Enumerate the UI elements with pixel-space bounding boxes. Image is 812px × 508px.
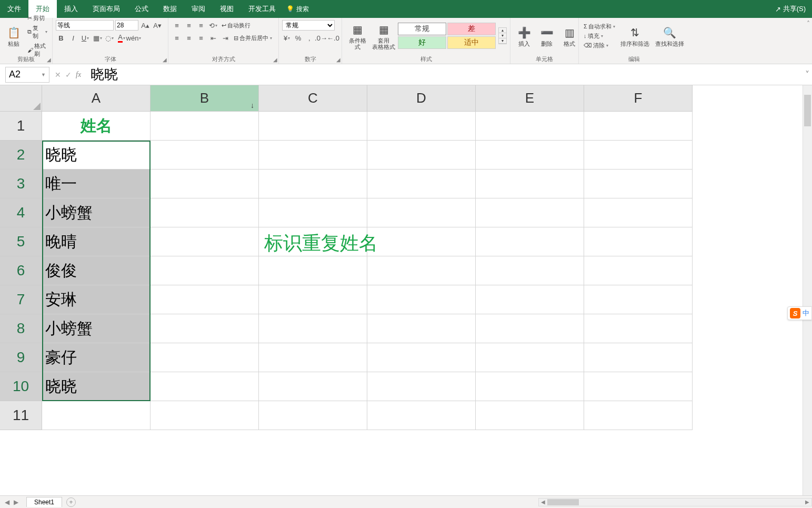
cell-F9[interactable]: [584, 343, 693, 372]
fill-color-button[interactable]: ◌▾: [104, 33, 115, 43]
font-name-select[interactable]: [56, 20, 114, 31]
add-sheet-button[interactable]: +: [66, 497, 76, 507]
tab-view[interactable]: 视图: [213, 0, 241, 18]
cell-D11[interactable]: [367, 401, 476, 430]
cell-E5[interactable]: [476, 227, 584, 256]
row-header-8[interactable]: 8: [0, 314, 42, 343]
gallery-expand[interactable]: ▾: [499, 38, 506, 44]
cell-A1[interactable]: 姓名: [42, 112, 151, 141]
cell-D9[interactable]: [367, 343, 476, 372]
cell-F5[interactable]: [584, 227, 693, 256]
cell-F3[interactable]: [584, 170, 693, 198]
increase-font-button[interactable]: A▴: [140, 20, 151, 31]
bold-button[interactable]: B: [56, 33, 66, 43]
cell-D4[interactable]: [367, 198, 476, 227]
sheet-nav-next[interactable]: ▶: [12, 499, 20, 506]
cell-E2[interactable]: [476, 141, 584, 170]
cell-D1[interactable]: [367, 112, 476, 141]
cell-B9[interactable]: [151, 343, 259, 372]
cell-C8[interactable]: [259, 314, 367, 343]
sheet-tab-active[interactable]: Sheet1: [26, 497, 62, 507]
find-select-button[interactable]: 🔍查找和选择: [653, 24, 686, 48]
row-header-1[interactable]: 1: [0, 112, 42, 141]
tab-insert[interactable]: 插入: [57, 0, 85, 18]
conditional-format-button[interactable]: ▦条件格式: [345, 21, 370, 51]
comma-button[interactable]: ,: [305, 33, 314, 43]
row-header-9[interactable]: 9: [0, 343, 42, 372]
wrap-text-button[interactable]: ↩自动换行: [220, 21, 252, 30]
cell-B8[interactable]: [151, 314, 259, 343]
cell-F11[interactable]: [584, 401, 693, 430]
tell-me-search[interactable]: 💡 搜索: [286, 5, 309, 14]
cell-F7[interactable]: [584, 285, 693, 314]
cell-D5[interactable]: [367, 227, 476, 256]
paste-button[interactable]: 📋 粘贴: [3, 24, 24, 48]
row-header-11[interactable]: 11: [0, 401, 42, 430]
col-header-B[interactable]: B↓: [151, 85, 259, 112]
align-bottom-button[interactable]: ≡: [196, 20, 206, 31]
cell-A10[interactable]: 晓晓: [42, 372, 151, 401]
cancel-formula-button[interactable]: ✕: [55, 71, 61, 79]
col-header-E[interactable]: E: [476, 85, 584, 112]
decrease-decimal-button[interactable]: ←.0: [328, 33, 338, 43]
underline-button[interactable]: U▾: [80, 33, 91, 43]
cell-C7[interactable]: [259, 285, 367, 314]
cell-C3[interactable]: [259, 170, 367, 198]
cell-A9[interactable]: 豪仔: [42, 343, 151, 372]
format-cells-button[interactable]: ▥格式: [559, 24, 580, 48]
cell-C9[interactable]: [259, 343, 367, 372]
cell-D8[interactable]: [367, 314, 476, 343]
copy-button[interactable]: ⧉复制▾: [26, 24, 49, 41]
cell-B4[interactable]: [151, 198, 259, 227]
enter-formula-button[interactable]: ✓: [65, 71, 72, 79]
align-center-button[interactable]: ≡: [184, 33, 194, 43]
formula-bar-expand[interactable]: ˅: [803, 69, 812, 79]
row-header-5[interactable]: 5: [0, 227, 42, 256]
cell-A11[interactable]: [42, 401, 151, 430]
cell-C10[interactable]: [259, 372, 367, 401]
row-header-2[interactable]: 2: [0, 141, 42, 170]
format-as-table-button[interactable]: ▦套用 表格格式: [372, 21, 396, 51]
align-right-button[interactable]: ≡: [196, 33, 206, 43]
tab-file[interactable]: 文件: [0, 0, 28, 18]
insert-cells-button[interactable]: ➕插入: [514, 24, 535, 48]
cell-E9[interactable]: [476, 343, 584, 372]
cell-D7[interactable]: [367, 285, 476, 314]
sort-filter-button[interactable]: ⇅排序和筛选: [618, 24, 651, 48]
ime-indicator[interactable]: S 中: [787, 306, 812, 320]
decrease-font-button[interactable]: A▾: [152, 20, 163, 31]
clear-button[interactable]: ⌫清除▾: [582, 41, 617, 50]
merge-center-button[interactable]: ⊟合并后居中▾: [232, 34, 274, 43]
cell-E1[interactable]: [476, 112, 584, 141]
col-header-C[interactable]: C: [259, 85, 367, 112]
cut-button[interactable]: ✂剪切: [26, 14, 49, 23]
cell-A2[interactable]: 晓晓: [42, 141, 151, 170]
ribbon-collapse-button[interactable]: ˄: [805, 18, 812, 64]
cell-E4[interactable]: [476, 198, 584, 227]
cell-B1[interactable]: [151, 112, 259, 141]
cell-E3[interactable]: [476, 170, 584, 198]
cell-D3[interactable]: [367, 170, 476, 198]
phonetic-button[interactable]: wén▾: [128, 33, 139, 43]
align-middle-button[interactable]: ≡: [184, 20, 194, 31]
col-header-D[interactable]: D: [367, 85, 476, 112]
autosum-button[interactable]: Σ自动求和▾: [582, 22, 617, 31]
cell-B5[interactable]: [151, 227, 259, 256]
cell-C6[interactable]: [259, 256, 367, 285]
cell-E8[interactable]: [476, 314, 584, 343]
cell-F10[interactable]: [584, 372, 693, 401]
cell-F6[interactable]: [584, 256, 693, 285]
align-left-button[interactable]: ≡: [172, 33, 182, 43]
cell-E6[interactable]: [476, 256, 584, 285]
horizontal-scrollbar[interactable]: ◀▶: [538, 498, 812, 506]
cell-C4[interactable]: [259, 198, 367, 227]
orientation-button[interactable]: ⟲▾: [208, 20, 218, 31]
style-neutral[interactable]: 适中: [447, 36, 496, 49]
tab-layout[interactable]: 页面布局: [85, 0, 127, 18]
cell-C2[interactable]: [259, 141, 367, 170]
cell-A8[interactable]: 小螃蟹: [42, 314, 151, 343]
currency-button[interactable]: ¥▾: [282, 33, 292, 43]
cell-D10[interactable]: [367, 372, 476, 401]
cell-A6[interactable]: 俊俊: [42, 256, 151, 285]
gallery-up[interactable]: ▴: [499, 28, 506, 33]
